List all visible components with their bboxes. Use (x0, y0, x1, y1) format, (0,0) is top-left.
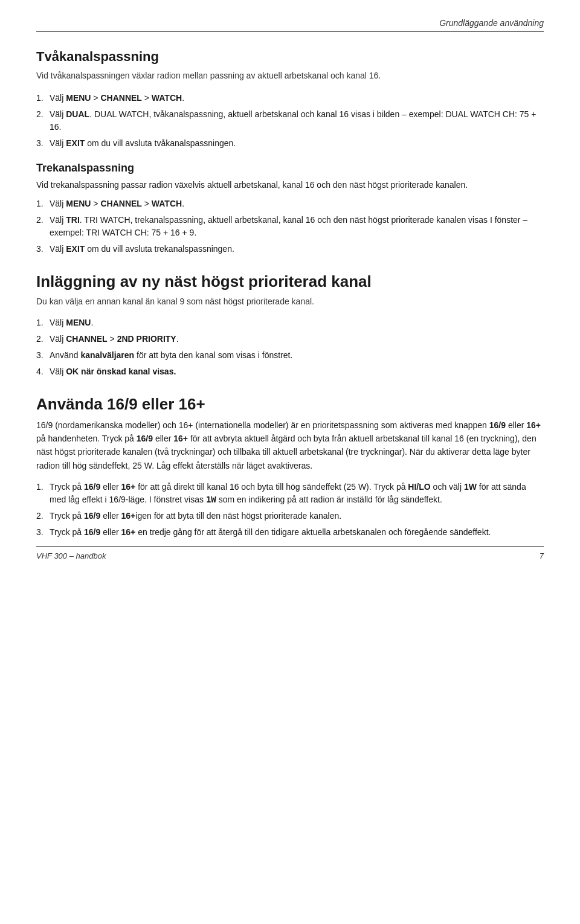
inlaggning-step-1: 1. Välj MENU. (36, 316, 544, 329)
tvakanal-step-3: 3. Välj EXIT om du vill avsluta tvåkanal… (36, 137, 544, 150)
inlaggning-step-3: 3. Använd kanalväljaren för att byta den… (36, 349, 544, 362)
page-container: Grundläggande användning Tvåkanalspassni… (0, 0, 580, 579)
inlaggning-subtitle: Du kan välja en annan kanal än kanal 9 s… (36, 295, 544, 308)
footer-right: 7 (540, 551, 544, 560)
trekanal-step-1: 1. Välj MENU > CHANNEL > WATCH. (36, 197, 544, 210)
tvakanal-subtitle: Vid tvåkanalspassningen växlar radion me… (36, 69, 544, 82)
trekanal-step-2: 2. Välj TRI. TRI WATCH, trekanalspassnin… (36, 214, 544, 239)
trekanal-step-3: 3. Välj EXIT om du vill avsluta trekanal… (36, 243, 544, 255)
tvakanal-section: Tvåkanalspassning Vid tvåkanalspassninge… (36, 49, 544, 150)
anvanda-title: Använda 16/9 eller 16+ (36, 395, 544, 414)
anvanda-section: Använda 16/9 eller 16+ 16/9 (nordamerika… (36, 395, 544, 539)
inlaggning-section: Inläggning av ny näst högst prioriterad … (36, 272, 544, 377)
footer-left: VHF 300 – handbok (36, 551, 106, 560)
header-bar: Grundläggande användning (36, 18, 544, 32)
tvakanal-step-1: 1. Välj MENU > CHANNEL > WATCH. (36, 92, 544, 104)
inlaggning-title: Inläggning av ny näst högst prioriterad … (36, 272, 544, 291)
inlaggning-step-4: 4. Välj OK när önskad kanal visas. (36, 365, 544, 378)
anvanda-step-3: 3. Tryck på 16/9 eller 16+ en tredje gån… (36, 526, 544, 539)
trekanal-subtitle: Vid trekanalspassning passar radion växe… (36, 178, 544, 191)
trekanal-section: Trekanalspassning Vid trekanalspassning … (36, 162, 544, 255)
anvanda-step-1: 1. Tryck på 16/9 eller 16+ för att gå di… (36, 481, 544, 506)
tvakanal-step-2: 2. Välj DUAL. DUAL WATCH, tvåkanalspassn… (36, 108, 544, 133)
anvanda-body: 16/9 (nordamerikanska modeller) och 16+ … (36, 419, 544, 473)
header-title: Grundläggande användning (439, 18, 544, 28)
footer: VHF 300 – handbok 7 (36, 546, 544, 560)
trekanal-title: Trekanalspassning (36, 162, 544, 175)
anvanda-step-2: 2. Tryck på 16/9 eller 16+igen för att b… (36, 510, 544, 522)
inlaggning-step-2: 2. Välj CHANNEL > 2ND PRIORITY. (36, 333, 544, 345)
tvakanal-title: Tvåkanalspassning (36, 49, 544, 65)
